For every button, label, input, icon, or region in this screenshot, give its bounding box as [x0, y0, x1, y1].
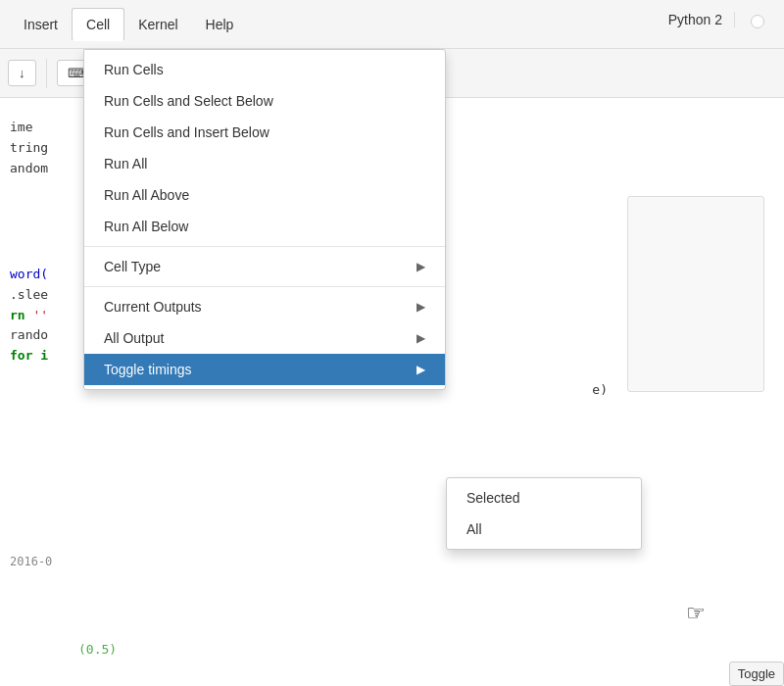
output-text: (0.5) [78, 642, 117, 657]
submenu-selected[interactable]: Selected [447, 482, 641, 514]
menu-run-cells[interactable]: Run Cells [84, 54, 445, 85]
menu-run-all[interactable]: Run All [84, 148, 445, 179]
menu-divider-1 [84, 246, 445, 247]
menubar: Insert Cell Kernel Help Python 2 [0, 0, 784, 49]
menu-run-cells-insert-below[interactable]: Run Cells and Insert Below [84, 117, 445, 148]
toggle-timings-arrow: ▶ [416, 363, 425, 376]
toolbar-separator-1 [46, 59, 47, 88]
current-outputs-arrow: ▶ [416, 300, 425, 314]
timestamp: 2016-0 [10, 555, 52, 568]
toggle-button[interactable]: Toggle [729, 662, 784, 686]
code-visible-right: e) [592, 382, 608, 397]
all-output-arrow: ▶ [416, 331, 425, 345]
menu-run-all-below[interactable]: Run All Below [84, 211, 445, 242]
menu-all-output[interactable]: All Output ▶ [84, 322, 445, 354]
menu-item-help[interactable]: Help [192, 9, 248, 40]
kernel-circle [751, 15, 764, 28]
menu-run-cells-select-below[interactable]: Run Cells and Select Below [84, 85, 445, 117]
code-snippet-2: word( .slee rn '' rando for i [10, 265, 48, 367]
menu-divider-2 [84, 286, 445, 287]
submenu-all[interactable]: All [447, 514, 641, 545]
menu-run-all-above[interactable]: Run All Above [84, 179, 445, 211]
menu-toggle-timings[interactable]: Toggle timings ▶ [84, 354, 445, 385]
cell-type-arrow: ▶ [416, 260, 425, 273]
menu-current-outputs[interactable]: Current Outputs ▶ [84, 291, 445, 322]
menu-item-insert[interactable]: Insert [10, 9, 72, 40]
menu-item-kernel[interactable]: Kernel [124, 9, 191, 40]
code-snippet-1: ime tring andom [10, 118, 48, 178]
cursor: ☞ [686, 603, 710, 630]
toggle-timings-submenu: Selected All [446, 477, 642, 550]
menu-item-cell[interactable]: Cell [72, 8, 124, 41]
toolbar-down-arrow-btn[interactable]: ↓ [8, 60, 36, 86]
menu-cell-type[interactable]: Cell Type ▶ [84, 251, 445, 282]
cell-dropdown-menu: Run Cells Run Cells and Select Below Run… [83, 49, 446, 390]
output-area: (0.5) [78, 642, 117, 657]
right-panel [627, 196, 764, 392]
kernel-indicator: Python 2 [668, 12, 735, 27]
